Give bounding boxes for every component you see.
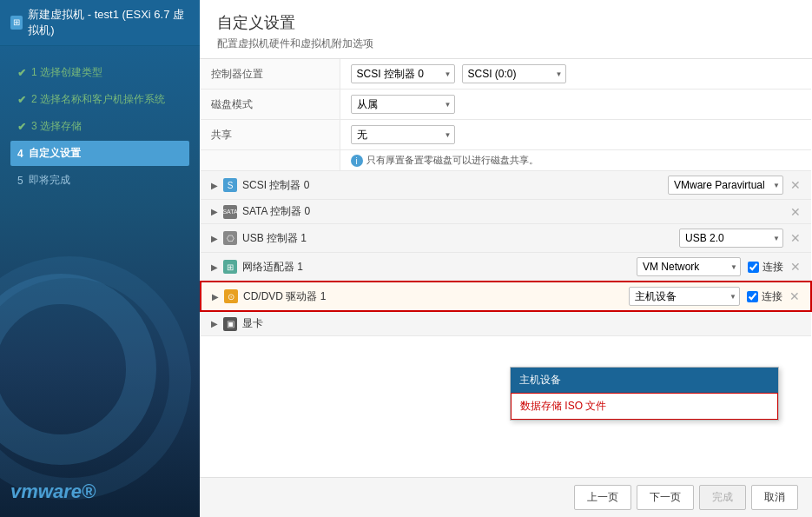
monitor-section-row: ▶ ▣ 显卡 — [201, 311, 811, 336]
scsi-slot-select[interactable]: SCSI (0:0) — [462, 64, 566, 83]
prev-button[interactable]: 上一页 — [574, 485, 631, 510]
share-select-wrapper[interactable]: 无 ▼ — [351, 125, 455, 144]
step-4-num: 4 — [17, 148, 23, 160]
scsi-controller-select[interactable]: SCSI 控制器 0 — [351, 64, 455, 83]
page-subtitle: 配置虚拟机硬件和虚拟机附加选项 — [217, 36, 795, 51]
info-icon: i — [351, 155, 363, 167]
step-3[interactable]: ✔ 3 选择存储 — [10, 114, 189, 139]
vmware-vm: vm — [10, 481, 38, 502]
window-title: 新建虚拟机 - test1 (ESXi 6.7 虚拟机) — [28, 7, 189, 38]
cancel-button[interactable]: 取消 — [751, 485, 798, 510]
share-select[interactable]: 无 — [351, 125, 455, 144]
info-message: 只有厚置备置零磁盘可以进行磁盘共享。 — [366, 154, 538, 167]
cddvd-section-cell: ▶ ⊙ CD/DVD 驱动器 1 主机设备 数据存储 ISO 文件 — [201, 282, 811, 311]
monitor-label: 显卡 — [242, 316, 263, 331]
sidebar: ⊞ 新建虚拟机 - test1 (ESXi 6.7 虚拟机) ✔ 1 选择创建类… — [0, 0, 200, 517]
step-2-label: 2 选择名称和客户机操作系统 — [31, 92, 165, 107]
dropdown-option-2[interactable]: 数据存储 ISO 文件 — [511, 393, 778, 420]
step-list: ✔ 1 选择创建类型 ✔ 2 选择名称和客户机操作系统 ✔ 3 选择存储 4 自… — [0, 46, 200, 467]
scsi-section-cell: ▶ S SCSI 控制器 0 VMware Paravirtual ▼ — [201, 171, 811, 200]
cddvd-section-label: ▶ ⊙ CD/DVD 驱动器 1 — [212, 289, 326, 304]
scsi-label: SCSI 控制器 0 — [242, 178, 309, 193]
disk-mode-select[interactable]: 从属 — [351, 95, 455, 114]
disk-mode-value: 从属 ▼ — [340, 89, 811, 120]
monitor-section-cell: ▶ ▣ 显卡 — [201, 311, 811, 336]
monitor-expand-arrow[interactable]: ▶ — [211, 319, 218, 328]
cddvd-section-row: ▶ ⊙ CD/DVD 驱动器 1 主机设备 数据存储 ISO 文件 — [201, 282, 811, 311]
network-section-cell: ▶ ⊞ 网络适配器 1 VM Network ▼ — [201, 253, 811, 282]
finish-button[interactable]: 完成 — [699, 485, 746, 510]
controller-position-label: 控制器位置 — [201, 59, 340, 89]
step-3-label: 3 选择存储 — [31, 119, 82, 134]
main-panel: 自定义设置 配置虚拟机硬件和虚拟机附加选项 控制器位置 SCSI 控制器 0 ▼ — [200, 0, 812, 517]
cddvd-connect-checkbox[interactable] — [747, 291, 758, 302]
usb-section-row: ▶ ⎔ USB 控制器 1 USB 2.0 ▼ — [201, 224, 811, 253]
page-title: 自定义设置 — [217, 12, 795, 33]
step-2[interactable]: ✔ 2 选择名称和客户机操作系统 — [10, 87, 189, 112]
monitor-section-label: ▶ ▣ 显卡 — [211, 316, 263, 331]
cddvd-val-select[interactable]: 主机设备 数据存储 ISO 文件 — [629, 287, 740, 306]
scsi-section-row: ▶ S SCSI 控制器 0 VMware Paravirtual ▼ — [201, 171, 811, 200]
step-5[interactable]: 5 即将完成 — [10, 168, 189, 193]
disk-mode-label: 磁盘模式 — [201, 89, 340, 120]
scsi-type-select-wrapper[interactable]: VMware Paravirtual ▼ — [668, 176, 783, 195]
sata-expand-arrow[interactable]: ▶ — [211, 207, 218, 216]
usb-remove-icon[interactable]: ✕ — [790, 231, 801, 245]
settings-table: 控制器位置 SCSI 控制器 0 ▼ SCSI (0:0 — [200, 59, 812, 336]
cddvd-expand-arrow[interactable]: ▶ — [212, 292, 219, 302]
scsi-remove-icon[interactable]: ✕ — [790, 178, 801, 192]
network-section-row: ▶ ⊞ 网络适配器 1 VM Network ▼ — [201, 253, 811, 282]
network-val-select-wrapper[interactable]: VM Network ▼ — [637, 257, 741, 276]
scsi-section-label: ▶ S SCSI 控制器 0 — [211, 178, 309, 193]
controller-position-value: SCSI 控制器 0 ▼ SCSI (0:0) ▼ — [340, 59, 811, 89]
network-connect-text: 连接 — [762, 260, 783, 275]
disk-mode-row: 磁盘模式 从属 ▼ — [201, 89, 811, 120]
network-expand-arrow[interactable]: ▶ — [211, 262, 218, 272]
scsi-controller-select-wrapper[interactable]: SCSI 控制器 0 ▼ — [351, 64, 455, 83]
sata-label: SATA 控制器 0 — [242, 204, 310, 219]
scsi-slot-select-wrapper[interactable]: SCSI (0:0) ▼ — [462, 64, 566, 83]
usb-expand-arrow[interactable]: ▶ — [211, 234, 218, 243]
step-4-label: 自定义设置 — [29, 146, 81, 161]
network-val-select[interactable]: VM Network — [637, 257, 741, 276]
sata-section-cell: ▶ SATA SATA 控制器 0 ✕ — [201, 200, 811, 224]
share-value: 无 ▼ — [340, 120, 811, 150]
controller-position-row: 控制器位置 SCSI 控制器 0 ▼ SCSI (0:0 — [201, 59, 811, 89]
usb-section-label: ▶ ⎔ USB 控制器 1 — [211, 231, 307, 246]
network-label: 网络适配器 1 — [242, 260, 303, 275]
step-5-num: 5 — [17, 175, 23, 187]
cddvd-remove-icon[interactable]: ✕ — [789, 289, 800, 303]
settings-content[interactable]: 控制器位置 SCSI 控制器 0 ▼ SCSI (0:0 — [200, 59, 812, 477]
network-remove-icon[interactable]: ✕ — [790, 260, 801, 274]
next-button[interactable]: 下一页 — [637, 485, 694, 510]
share-row: 共享 无 ▼ — [201, 120, 811, 150]
disk-mode-select-wrapper[interactable]: 从属 ▼ — [351, 95, 455, 114]
usb-type-select[interactable]: USB 2.0 — [679, 229, 783, 248]
dropdown-option-1[interactable]: 主机设备 — [511, 368, 778, 393]
sata-device-icon: SATA — [223, 205, 237, 219]
step-4[interactable]: 4 自定义设置 — [10, 141, 189, 166]
share-label: 共享 — [201, 120, 340, 150]
step-1-label: 1 选择创建类型 — [31, 65, 102, 80]
network-device-icon: ⊞ — [223, 260, 237, 274]
sata-remove-icon[interactable]: ✕ — [790, 205, 801, 219]
usb-type-select-wrapper[interactable]: USB 2.0 ▼ — [679, 229, 783, 248]
window-title-bar: ⊞ 新建虚拟机 - test1 (ESXi 6.7 虚拟机) — [0, 0, 200, 46]
usb-device-icon: ⎔ — [223, 231, 237, 245]
cddvd-val-select-wrapper[interactable]: 主机设备 数据存储 ISO 文件 ▼ — [629, 287, 740, 306]
cddvd-connect-text: 连接 — [762, 289, 782, 304]
network-section-label: ▶ ⊞ 网络适配器 1 — [211, 260, 303, 275]
cddvd-connect-label: 连接 — [747, 289, 782, 304]
info-text-cell: i 只有厚置备置零磁盘可以进行磁盘共享。 — [340, 150, 811, 171]
step-1[interactable]: ✔ 1 选择创建类型 — [10, 60, 189, 85]
cddvd-device-icon: ⊙ — [224, 289, 238, 303]
page-header: 自定义设置 配置虚拟机硬件和虚拟机附加选项 — [200, 0, 812, 59]
cddvd-label: CD/DVD 驱动器 1 — [243, 289, 326, 304]
info-label-cell — [201, 150, 340, 171]
network-connect-label: 连接 — [748, 260, 783, 275]
scsi-expand-arrow[interactable]: ▶ — [211, 181, 218, 190]
scsi-device-icon: S — [223, 178, 237, 192]
scsi-type-select[interactable]: VMware Paravirtual — [668, 176, 783, 195]
monitor-device-icon: ▣ — [223, 317, 237, 331]
network-connect-checkbox[interactable] — [748, 262, 759, 273]
